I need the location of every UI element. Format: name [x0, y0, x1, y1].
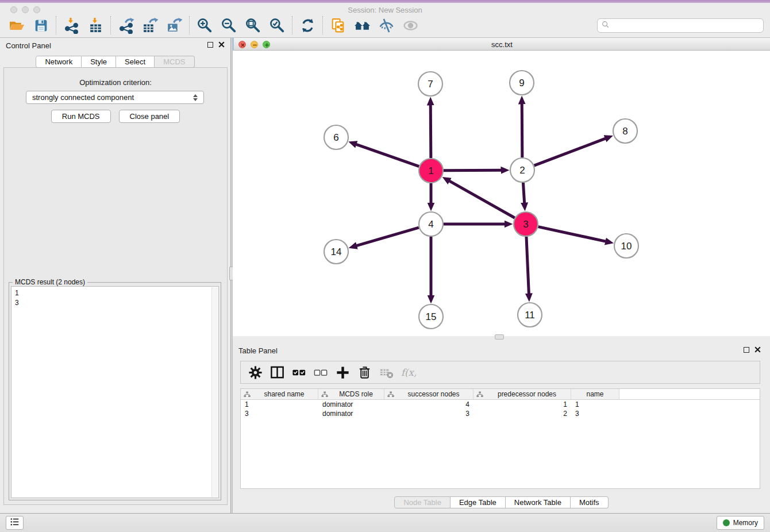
- tab-style[interactable]: Style: [82, 56, 116, 68]
- mcds-result-text[interactable]: 1 3: [11, 286, 219, 498]
- table-cell[interactable]: 3: [571, 409, 619, 418]
- show-hide-panels-button[interactable]: [6, 516, 24, 530]
- close-panel-icon[interactable]: [218, 41, 225, 48]
- open-session-button[interactable]: [5, 14, 29, 36]
- column-header-predecessor-nodes[interactable]: predecessor nodes: [473, 389, 571, 399]
- graph-edge-1-2[interactable]: [444, 170, 501, 171]
- titlebar[interactable]: Session: New Session: [0, 3, 770, 13]
- graph-edge-4-14[interactable]: [357, 228, 419, 246]
- graph-node-3[interactable]: 3: [514, 212, 538, 236]
- node-table[interactable]: shared nameMCDS rolesuccessor nodesprede…: [240, 388, 760, 489]
- show-column-selector-button[interactable]: [267, 363, 287, 382]
- table-panel-title: Table Panel: [238, 346, 278, 355]
- import-table-button[interactable]: [83, 14, 107, 36]
- graph-edge-2-3[interactable]: [523, 183, 524, 203]
- save-session-button[interactable]: [29, 14, 53, 36]
- criterion-select[interactable]: strongly connected component: [26, 91, 204, 104]
- zoom-fit-button[interactable]: [241, 14, 265, 36]
- table-delete-icon: [379, 365, 394, 380]
- export-network-button[interactable]: [114, 14, 138, 36]
- table-cell[interactable]: 1: [241, 400, 318, 409]
- graph-edge-3-1[interactable]: [449, 181, 515, 218]
- run-mcds-button[interactable]: Run MCDS: [51, 110, 111, 123]
- optimization-criterion-label: Optimization criterion:: [4, 78, 227, 87]
- uncheck-pair-icon: [313, 365, 329, 380]
- table-rows: 1dominator4113dominator323: [241, 400, 760, 418]
- tab-select[interactable]: Select: [116, 56, 155, 68]
- close-table-panel-icon[interactable]: [754, 346, 761, 353]
- graph-node-10[interactable]: 10: [614, 234, 638, 258]
- graph-node-7[interactable]: 7: [418, 72, 442, 96]
- float-table-panel-icon[interactable]: [744, 347, 749, 353]
- column-header-MCDS-role[interactable]: MCDS role: [318, 389, 384, 399]
- graph-node-1[interactable]: 1: [419, 159, 443, 183]
- graph-edge-2-9[interactable]: [522, 104, 522, 157]
- graph-node-11[interactable]: 11: [518, 303, 542, 327]
- memory-button[interactable]: Memory: [717, 516, 764, 530]
- graph-edge-1-6[interactable]: [356, 144, 419, 166]
- export-table-button[interactable]: [138, 14, 162, 36]
- table-cell[interactable]: 1: [473, 400, 571, 409]
- tab-mcds[interactable]: MCDS: [155, 56, 194, 68]
- open-home-button[interactable]: [350, 14, 374, 36]
- zoom-fit-icon: [245, 17, 261, 34]
- search-box[interactable]: [597, 18, 764, 33]
- tab-edge-table[interactable]: Edge Table: [451, 496, 506, 508]
- network-window-titlebar[interactable]: scc.txt: [233, 38, 770, 51]
- column-header-label: MCDS role: [328, 390, 384, 398]
- column-header-shared-name[interactable]: shared name: [241, 389, 318, 399]
- float-panel-icon[interactable]: [207, 42, 213, 48]
- check-pair-icon: [291, 365, 307, 380]
- graph-edge-1-7[interactable]: [430, 105, 431, 158]
- search-input[interactable]: [613, 21, 760, 30]
- zoom-out-button[interactable]: [217, 14, 241, 36]
- network-overview-button[interactable]: [326, 14, 350, 36]
- close-panel-button[interactable]: Close panel: [119, 110, 180, 123]
- table-splitter[interactable]: [233, 336, 770, 343]
- delete-column-button[interactable]: [355, 363, 374, 382]
- graph-node-label: 4: [428, 219, 433, 230]
- table-cell[interactable]: dominator: [318, 409, 384, 418]
- zoom-in-button[interactable]: [192, 14, 217, 36]
- column-header-name[interactable]: name: [571, 389, 619, 399]
- graph-node-8[interactable]: 8: [613, 119, 637, 143]
- table-options-button[interactable]: [245, 363, 265, 382]
- tab-motifs[interactable]: Motifs: [571, 496, 609, 508]
- graph-node-14[interactable]: 14: [324, 240, 348, 264]
- column-header-successor-nodes[interactable]: successor nodes: [384, 389, 473, 399]
- import-network-button[interactable]: [59, 14, 83, 36]
- export-image-button[interactable]: [162, 14, 186, 36]
- create-column-button[interactable]: [333, 363, 352, 382]
- table-row[interactable]: 1dominator411: [241, 400, 760, 409]
- table-cell[interactable]: 2: [473, 409, 571, 418]
- graph-edge-3-10[interactable]: [538, 227, 605, 241]
- table-cell[interactable]: 3: [384, 409, 473, 418]
- tab-network-table[interactable]: Network Table: [506, 496, 571, 508]
- graph-node-4[interactable]: 4: [419, 212, 443, 236]
- table-cell[interactable]: 3: [241, 409, 318, 418]
- fx-icon: f(x): [401, 365, 416, 380]
- table-cell[interactable]: 4: [384, 400, 473, 409]
- select-all-button[interactable]: [289, 363, 309, 382]
- network-canvas[interactable]: 7968124314101511: [233, 51, 770, 336]
- table-splitter-handle[interactable]: [495, 334, 504, 340]
- table-row[interactable]: 3dominator323: [241, 409, 760, 418]
- column-header-label: shared name: [251, 390, 318, 398]
- deselect-all-button[interactable]: [311, 363, 330, 382]
- graph-edge-2-8[interactable]: [534, 138, 606, 165]
- graph-node-2[interactable]: 2: [510, 158, 534, 182]
- result-scrollbar[interactable]: [211, 287, 218, 497]
- zoom-selected-button[interactable]: [265, 14, 289, 36]
- graph-node-9[interactable]: 9: [510, 71, 534, 95]
- table-cell[interactable]: 1: [571, 400, 619, 409]
- table-cell[interactable]: dominator: [318, 400, 384, 409]
- hide-panels-button[interactable]: [374, 14, 398, 36]
- show-panels-button[interactable]: [398, 14, 422, 36]
- tab-node-table[interactable]: Node Table: [394, 496, 451, 508]
- graph-edge-3-11[interactable]: [526, 237, 529, 294]
- tab-network[interactable]: Network: [36, 56, 82, 68]
- apply-preferred-layout-button[interactable]: [295, 14, 319, 36]
- graph-node-6[interactable]: 6: [324, 125, 348, 149]
- graph-node-label: 1: [428, 165, 433, 176]
- graph-node-15[interactable]: 15: [419, 304, 443, 329]
